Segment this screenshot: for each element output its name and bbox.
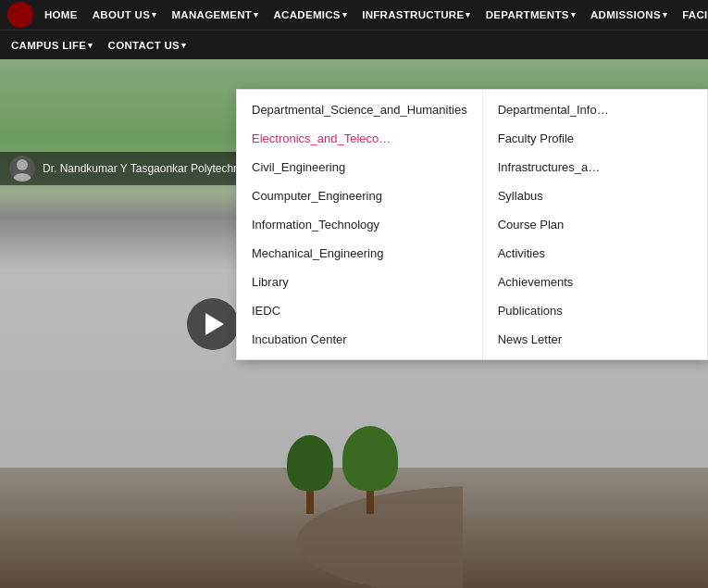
nav-academics[interactable]: ACADEMICS ▾: [267, 0, 355, 30]
navbar-row2: CAMPUS LIFE ▾ CONTACT US ▾: [0, 30, 708, 59]
dropdown-col1: Departmental_Science_and_HumanitiesElect…: [237, 90, 483, 359]
nav-about-label: ABOUT US: [93, 9, 150, 20]
dropdown-col1-item-4[interactable]: Information_Technology: [237, 210, 482, 239]
departments-dropdown: Departmental_Science_and_HumanitiesElect…: [236, 89, 708, 360]
navbar-row1: HOME ABOUT US ▾ MANAGEMENT ▾ ACADEMICS ▾…: [0, 0, 708, 30]
dropdown-col1-item-6[interactable]: Library: [237, 268, 482, 296]
dropdown-col1-item-0[interactable]: Departmental_Science_and_Humanities: [237, 95, 482, 124]
dropdown-col2-item-1[interactable]: Faculty Profile: [483, 124, 707, 153]
nav-infrastructure[interactable]: INFRASTRUCTURE ▾: [354, 0, 478, 30]
nav-facilities[interactable]: FACILITIES ▾: [675, 0, 708, 30]
nav-infrastructure-caret: ▾: [466, 10, 470, 19]
dropdown-col1-item-8[interactable]: Incubation Center: [237, 325, 482, 354]
dropdown-col2-item-5[interactable]: Activities: [483, 239, 707, 268]
nav-home-label: HOME: [44, 9, 78, 20]
nav-admissions-label: ADMISSIONS: [590, 9, 661, 20]
college-logo: [7, 2, 33, 28]
nav-departments-caret: ▾: [571, 10, 576, 19]
dropdown-col1-item-5[interactable]: Mechanical_Engineering: [237, 239, 482, 268]
main-content: OUR VISION Dr. Nandkumar Y Tasgaonkar Po…: [0, 59, 708, 588]
dropdown-col2-item-7[interactable]: Publications: [483, 296, 707, 325]
dropdown-col2-item-8[interactable]: News Letter: [483, 325, 707, 354]
nav-campus-life[interactable]: CAMPUS LIFE ▾: [4, 31, 101, 59]
dropdown-col2-item-6[interactable]: Achievements: [483, 268, 707, 296]
nav-management[interactable]: MANAGEMENT ▾: [164, 0, 266, 30]
nav-about[interactable]: ABOUT US ▾: [85, 0, 165, 30]
dropdown-col2-item-4[interactable]: Course Plan: [483, 210, 707, 239]
nav-contact-label: CONTACT US: [108, 40, 180, 51]
tree-right: [342, 426, 398, 514]
tree-left: [287, 435, 333, 514]
dropdown-col2-item-3[interactable]: Syllabus: [483, 181, 707, 210]
nav-facilities-label: FACILITIES: [682, 9, 708, 20]
dropdown-col1-item-2[interactable]: Civil_Engineering: [237, 153, 482, 181]
dropdown-col2-item-2[interactable]: Infrastructures_a…: [483, 153, 707, 181]
nav-management-label: MANAGEMENT: [171, 9, 252, 20]
nav-home[interactable]: HOME: [37, 0, 85, 30]
svg-point-0: [17, 159, 28, 170]
avatar-icon: [9, 156, 35, 181]
nav-admissions[interactable]: ADMISSIONS ▾: [583, 0, 675, 30]
tree-trunk-right: [366, 491, 374, 514]
svg-point-1: [13, 173, 31, 181]
navbar: HOME ABOUT US ▾ MANAGEMENT ▾ ACADEMICS ▾…: [0, 0, 708, 59]
tree-top-left: [287, 435, 333, 491]
nav-admissions-caret: ▾: [663, 10, 667, 19]
video-avatar: [9, 156, 35, 181]
nav-management-caret: ▾: [254, 10, 258, 19]
tree-top-right: [342, 426, 398, 491]
nav-campus-life-label: CAMPUS LIFE: [11, 40, 86, 51]
nav-infrastructure-label: INFRASTRUCTURE: [362, 9, 464, 20]
dropdown-col1-item-7[interactable]: IEDC: [237, 296, 482, 325]
tree-trunk-left: [306, 491, 314, 514]
dropdown-col1-item-3[interactable]: Coumputer_Engineering: [237, 181, 482, 210]
nav-campus-caret: ▾: [88, 41, 93, 50]
nav-contact-us[interactable]: CONTACT US ▾: [101, 31, 194, 59]
nav-academics-label: ACADEMICS: [274, 9, 341, 20]
nav-academics-caret: ▾: [342, 10, 347, 19]
dropdown-col2-item-0[interactable]: Departmental_Info…: [483, 95, 707, 124]
dropdown-col2: Departmental_Info…Faculty ProfileInfrast…: [483, 90, 707, 359]
play-button[interactable]: [187, 298, 239, 350]
nav-about-caret: ▾: [152, 10, 156, 19]
nav-departments[interactable]: DEPARTMENTS ▾: [478, 0, 583, 30]
nav-departments-label: DEPARTMENTS: [486, 9, 569, 20]
dropdown-col1-item-1[interactable]: Electronics_and_Teleco…: [237, 124, 482, 153]
nav-contact-caret: ▾: [181, 41, 186, 50]
